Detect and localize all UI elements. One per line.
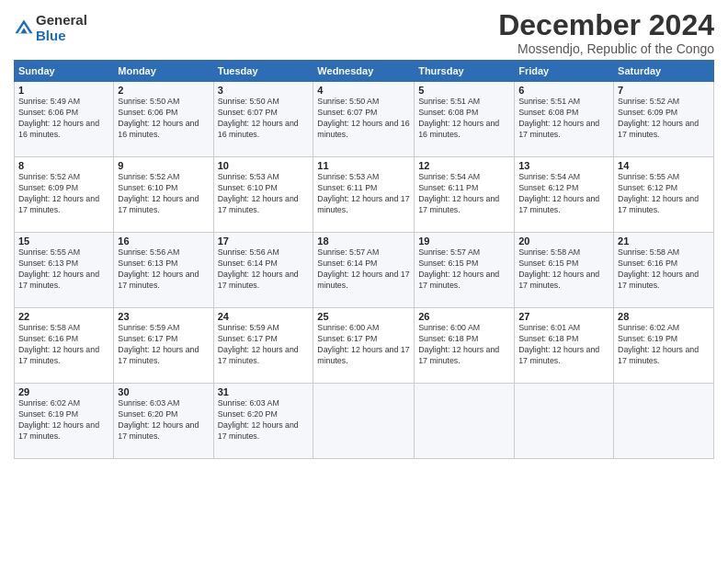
weekday-header-sunday: Sunday — [15, 61, 114, 82]
weekday-header-wednesday: Wednesday — [313, 61, 415, 82]
day-number: 3 — [218, 85, 310, 96]
calendar-cell: 27Sunrise: 6:01 AMSunset: 6:18 PMDayligh… — [515, 308, 614, 384]
calendar-cell — [515, 384, 614, 459]
calendar-cell: 28Sunrise: 6:02 AMSunset: 6:19 PMDayligh… — [614, 308, 714, 384]
logo-icon — [14, 18, 34, 39]
day-number: 21 — [618, 236, 710, 247]
calendar-cell — [614, 384, 714, 459]
calendar-cell: 31Sunrise: 6:03 AMSunset: 6:20 PMDayligh… — [213, 384, 313, 459]
day-number: 20 — [518, 236, 609, 247]
page-container: General Blue December 2024 Mossendjo, Re… — [0, 0, 728, 468]
calendar-cell: 15Sunrise: 5:55 AMSunset: 6:13 PMDayligh… — [15, 233, 114, 308]
calendar-cell: 21Sunrise: 5:58 AMSunset: 6:16 PMDayligh… — [614, 233, 714, 308]
day-info: Sunrise: 5:59 AMSunset: 6:17 PMDaylight:… — [218, 323, 310, 367]
calendar-cell: 29Sunrise: 6:02 AMSunset: 6:19 PMDayligh… — [15, 384, 114, 459]
day-number: 12 — [418, 160, 510, 171]
day-info: Sunrise: 5:54 AMSunset: 6:11 PMDaylight:… — [418, 172, 510, 216]
day-info: Sunrise: 6:00 AMSunset: 6:18 PMDaylight:… — [418, 323, 510, 367]
weekday-header-row: SundayMondayTuesdayWednesdayThursdayFrid… — [15, 61, 714, 82]
calendar-week-2: 8Sunrise: 5:52 AMSunset: 6:09 PMDaylight… — [15, 157, 714, 233]
day-info: Sunrise: 5:58 AMSunset: 6:16 PMDaylight:… — [18, 323, 109, 367]
calendar-cell: 20Sunrise: 5:58 AMSunset: 6:15 PMDayligh… — [515, 233, 614, 308]
weekday-header-tuesday: Tuesday — [213, 61, 313, 82]
month-title: December 2024 — [498, 9, 714, 41]
day-info: Sunrise: 5:49 AMSunset: 6:06 PMDaylight:… — [18, 97, 109, 141]
day-info: Sunrise: 6:00 AMSunset: 6:17 PMDaylight:… — [317, 323, 410, 367]
calendar-cell: 11Sunrise: 5:53 AMSunset: 6:11 PMDayligh… — [313, 157, 415, 233]
logo-blue: Blue — [36, 29, 87, 44]
calendar-cell: 25Sunrise: 6:00 AMSunset: 6:17 PMDayligh… — [313, 308, 415, 384]
day-number: 4 — [317, 85, 410, 96]
calendar-week-4: 22Sunrise: 5:58 AMSunset: 6:16 PMDayligh… — [15, 308, 714, 384]
day-info: Sunrise: 6:02 AMSunset: 6:19 PMDaylight:… — [618, 323, 710, 367]
calendar-cell: 24Sunrise: 5:59 AMSunset: 6:17 PMDayligh… — [213, 308, 313, 384]
day-number: 31 — [218, 386, 310, 397]
day-number: 7 — [618, 85, 710, 96]
location: Mossendjo, Republic of the Congo — [498, 41, 714, 56]
calendar-cell: 2Sunrise: 5:50 AMSunset: 6:06 PMDaylight… — [114, 82, 213, 157]
weekday-header-saturday: Saturday — [614, 61, 714, 82]
day-number: 29 — [18, 386, 109, 397]
day-info: Sunrise: 5:58 AMSunset: 6:15 PMDaylight:… — [518, 247, 609, 292]
calendar-cell: 5Sunrise: 5:51 AMSunset: 6:08 PMDaylight… — [415, 82, 515, 157]
day-info: Sunrise: 5:57 AMSunset: 6:14 PMDaylight:… — [317, 247, 410, 292]
day-number: 23 — [118, 311, 209, 322]
calendar-cell: 7Sunrise: 5:52 AMSunset: 6:09 PMDaylight… — [614, 82, 714, 157]
calendar-week-3: 15Sunrise: 5:55 AMSunset: 6:13 PMDayligh… — [15, 233, 714, 308]
day-number: 5 — [418, 85, 510, 96]
day-info: Sunrise: 5:57 AMSunset: 6:15 PMDaylight:… — [418, 247, 510, 292]
calendar-cell: 8Sunrise: 5:52 AMSunset: 6:09 PMDaylight… — [15, 157, 114, 233]
calendar-cell: 13Sunrise: 5:54 AMSunset: 6:12 PMDayligh… — [515, 157, 614, 233]
title-section: December 2024 Mossendjo, Republic of the… — [498, 9, 714, 56]
day-number: 6 — [518, 85, 609, 96]
day-number: 27 — [518, 311, 609, 322]
calendar-cell: 9Sunrise: 5:52 AMSunset: 6:10 PMDaylight… — [114, 157, 213, 233]
day-number: 1 — [18, 85, 109, 96]
calendar-cell: 17Sunrise: 5:56 AMSunset: 6:14 PMDayligh… — [213, 233, 313, 308]
calendar-week-1: 1Sunrise: 5:49 AMSunset: 6:06 PMDaylight… — [15, 82, 714, 157]
day-info: Sunrise: 6:03 AMSunset: 6:20 PMDaylight:… — [218, 398, 310, 442]
day-info: Sunrise: 5:53 AMSunset: 6:11 PMDaylight:… — [317, 172, 410, 216]
day-info: Sunrise: 5:54 AMSunset: 6:12 PMDaylight:… — [518, 172, 609, 216]
day-number: 14 — [618, 160, 710, 171]
day-info: Sunrise: 5:55 AMSunset: 6:12 PMDaylight:… — [618, 172, 710, 216]
day-info: Sunrise: 6:01 AMSunset: 6:18 PMDaylight:… — [518, 323, 609, 367]
calendar-cell: 23Sunrise: 5:59 AMSunset: 6:17 PMDayligh… — [114, 308, 213, 384]
day-number: 11 — [317, 160, 410, 171]
day-info: Sunrise: 5:56 AMSunset: 6:13 PMDaylight:… — [118, 247, 209, 292]
calendar-cell — [415, 384, 515, 459]
day-info: Sunrise: 5:51 AMSunset: 6:08 PMDaylight:… — [518, 97, 609, 141]
day-number: 15 — [18, 236, 109, 247]
header: General Blue December 2024 Mossendjo, Re… — [14, 9, 714, 56]
day-number: 22 — [18, 311, 109, 322]
day-number: 25 — [317, 311, 410, 322]
day-info: Sunrise: 5:50 AMSunset: 6:07 PMDaylight:… — [218, 97, 310, 141]
calendar-cell: 18Sunrise: 5:57 AMSunset: 6:14 PMDayligh… — [313, 233, 415, 308]
logo-general: General — [36, 13, 87, 29]
day-number: 30 — [118, 386, 209, 397]
day-number: 19 — [418, 236, 510, 247]
day-info: Sunrise: 5:50 AMSunset: 6:07 PMDaylight:… — [317, 97, 410, 141]
calendar-cell: 3Sunrise: 5:50 AMSunset: 6:07 PMDaylight… — [213, 82, 313, 157]
day-number: 9 — [118, 160, 209, 171]
day-info: Sunrise: 5:52 AMSunset: 6:09 PMDaylight:… — [618, 97, 710, 141]
calendar-cell: 19Sunrise: 5:57 AMSunset: 6:15 PMDayligh… — [415, 233, 515, 308]
calendar-cell: 12Sunrise: 5:54 AMSunset: 6:11 PMDayligh… — [415, 157, 515, 233]
weekday-header-friday: Friday — [515, 61, 614, 82]
weekday-header-thursday: Thursday — [415, 61, 515, 82]
day-info: Sunrise: 5:55 AMSunset: 6:13 PMDaylight:… — [18, 247, 109, 292]
calendar-cell: 6Sunrise: 5:51 AMSunset: 6:08 PMDaylight… — [515, 82, 614, 157]
calendar-week-5: 29Sunrise: 6:02 AMSunset: 6:19 PMDayligh… — [15, 384, 714, 459]
logo: General Blue — [14, 13, 87, 43]
day-info: Sunrise: 6:02 AMSunset: 6:19 PMDaylight:… — [18, 398, 109, 442]
day-number: 28 — [618, 311, 710, 322]
day-info: Sunrise: 5:50 AMSunset: 6:06 PMDaylight:… — [118, 97, 209, 141]
day-number: 13 — [518, 160, 609, 171]
day-info: Sunrise: 5:59 AMSunset: 6:17 PMDaylight:… — [118, 323, 209, 367]
logo-text: General Blue — [36, 13, 87, 43]
day-info: Sunrise: 5:58 AMSunset: 6:16 PMDaylight:… — [618, 247, 710, 292]
weekday-header-monday: Monday — [114, 61, 213, 82]
day-info: Sunrise: 5:51 AMSunset: 6:08 PMDaylight:… — [418, 97, 510, 141]
day-number: 8 — [18, 160, 109, 171]
day-info: Sunrise: 6:03 AMSunset: 6:20 PMDaylight:… — [118, 398, 209, 442]
